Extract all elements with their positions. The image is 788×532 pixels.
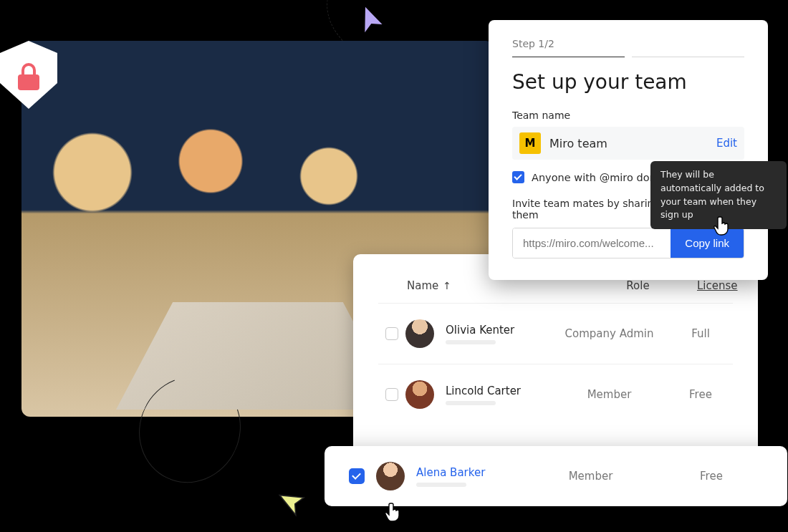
user-license: Full [668, 327, 733, 340]
table-row[interactable]: Olivia Kenter Company Admin Full [378, 303, 733, 364]
cursor-arrow-yellow-icon [275, 483, 314, 522]
user-subline-placeholder [446, 401, 496, 405]
step-indicator: Step 1/2 [512, 38, 744, 49]
user-role: Company Admin [550, 327, 668, 340]
avatar [405, 380, 434, 409]
user-license: Free [660, 470, 762, 483]
setup-team-card: Step 1/2 Set up your team Team name M Mi… [489, 20, 768, 280]
column-header-license[interactable]: License [697, 279, 738, 292]
user-name: Olivia Kenter [446, 324, 514, 337]
edit-team-name-button[interactable]: Edit [716, 137, 737, 150]
checkbox-checked-icon[interactable] [512, 171, 524, 183]
pointer-hand-icon [384, 501, 404, 526]
user-role: Member [521, 470, 660, 483]
card-title: Set up your team [512, 70, 744, 94]
row-checkbox[interactable] [385, 327, 398, 340]
invite-link-input[interactable] [513, 228, 671, 258]
tooltip-text: They will be automatically added to your… [660, 169, 764, 220]
team-name-value: Miro team [549, 137, 708, 150]
team-name-label: Team name [512, 110, 744, 121]
team-avatar-badge: M [519, 132, 541, 154]
avatar [376, 462, 405, 490]
team-name-row: M Miro team Edit [512, 127, 744, 160]
user-name: Lincold Carter [446, 385, 521, 397]
sort-ascending-icon[interactable]: ↑ [443, 280, 451, 291]
user-license: Free [668, 388, 733, 401]
table-row[interactable]: Lincold Carter Member Free [378, 364, 733, 425]
user-role: Member [550, 388, 668, 401]
row-checkbox[interactable] [385, 388, 398, 401]
pointer-hand-icon [713, 215, 733, 239]
table-row-selected[interactable]: Alena Barker Member Free [325, 446, 787, 506]
lock-icon [18, 64, 39, 90]
avatar [405, 319, 434, 348]
column-header-role[interactable]: Role [579, 279, 697, 292]
progress-bar [512, 57, 744, 57]
invite-link-row: Copy link [512, 228, 744, 258]
user-subline-placeholder [416, 483, 466, 487]
user-subline-placeholder [446, 340, 496, 344]
column-header-name[interactable]: Name ↑ [407, 279, 579, 292]
table-header-row: Name ↑ Role License [378, 279, 733, 303]
row-checkbox-checked[interactable] [349, 468, 365, 484]
user-name: Alena Barker [416, 466, 485, 479]
